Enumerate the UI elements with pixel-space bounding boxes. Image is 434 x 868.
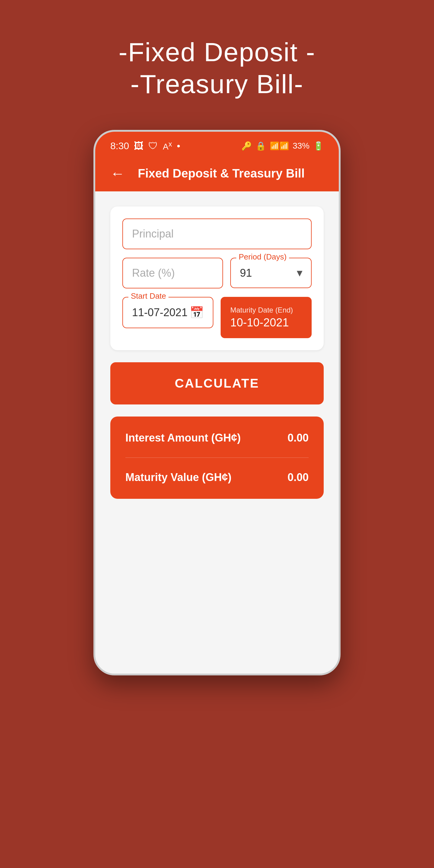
app-bar: ← Fixed Deposit & Treasury Bill bbox=[95, 157, 339, 191]
shield-icon: 🛡 bbox=[148, 141, 158, 152]
maturity-label: Maturity Value (GH¢) bbox=[125, 471, 231, 484]
period-label: Period (Days) bbox=[236, 252, 289, 261]
phone-shell: 8:30 🖼 🛡 Ax • 🔑 🔒 📶📶 33% 🔋 ← Fixed Depos… bbox=[93, 130, 341, 675]
results-card: Interest Amount (GH¢) 0.00 Maturity Valu… bbox=[110, 416, 324, 499]
app-bar-title: Fixed Deposit & Treasury Bill bbox=[134, 167, 309, 180]
interest-value: 0.00 bbox=[287, 432, 309, 444]
principal-input[interactable] bbox=[122, 218, 312, 249]
back-button[interactable]: ← bbox=[110, 165, 125, 182]
start-date-value: 11-07-2021 bbox=[132, 306, 187, 319]
maturity-row: Maturity Value (GH¢) 0.00 bbox=[125, 471, 309, 484]
lock-icon: 🔒 bbox=[255, 141, 266, 151]
content-area: Period (Days) 91 182 365 ▼ Start Date 11… bbox=[95, 191, 339, 674]
start-date-label: Start Date bbox=[128, 291, 168, 301]
interest-row: Interest Amount (GH¢) 0.00 bbox=[125, 432, 309, 444]
date-row: Start Date 11-07-2021 📅 Maturity Date (E… bbox=[122, 297, 312, 338]
start-date-field[interactable]: 11-07-2021 📅 bbox=[122, 297, 213, 328]
calendar-icon: 📅 bbox=[190, 306, 204, 319]
hero-title: -Fixed Deposit - -Treasury Bill- bbox=[94, 0, 339, 130]
maturity-value: 0.00 bbox=[287, 471, 309, 484]
calculate-button[interactable]: CALCULATE bbox=[110, 362, 324, 404]
dot-indicator: • bbox=[177, 141, 180, 152]
font-icon: Ax bbox=[163, 140, 172, 152]
maturity-date-label: Maturity Date (End) bbox=[230, 306, 293, 314]
maturity-date-wrapper: Maturity Date (End) 10-10-2021 bbox=[221, 297, 312, 338]
battery-icon: 🔋 bbox=[313, 141, 324, 151]
status-bar: 8:30 🖼 🛡 Ax • 🔑 🔒 📶📶 33% 🔋 bbox=[95, 132, 339, 156]
signal-icon: 📶📶 bbox=[270, 141, 289, 151]
results-divider bbox=[125, 458, 309, 458]
period-select[interactable]: 91 182 365 bbox=[230, 258, 312, 288]
time-display: 8:30 bbox=[110, 141, 129, 152]
form-card: Period (Days) 91 182 365 ▼ Start Date 11… bbox=[110, 207, 324, 350]
rate-input[interactable] bbox=[122, 258, 223, 288]
battery-display: 33% bbox=[293, 141, 310, 151]
start-date-wrapper: Start Date 11-07-2021 📅 bbox=[122, 297, 213, 338]
photo-icon: 🖼 bbox=[134, 141, 144, 152]
key-icon: 🔑 bbox=[241, 141, 252, 151]
rate-period-row: Period (Days) 91 182 365 ▼ bbox=[122, 258, 312, 288]
period-wrapper: Period (Days) 91 182 365 ▼ bbox=[230, 258, 312, 288]
maturity-date-field: Maturity Date (End) 10-10-2021 bbox=[221, 297, 312, 338]
interest-label: Interest Amount (GH¢) bbox=[125, 432, 241, 444]
maturity-date-value: 10-10-2021 bbox=[230, 316, 293, 329]
